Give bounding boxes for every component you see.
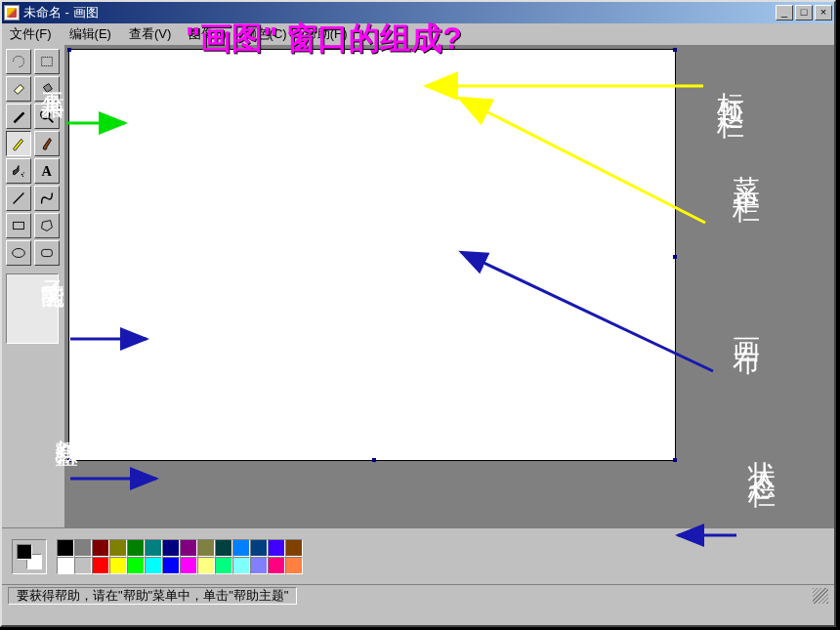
color-box [2, 527, 834, 584]
svg-text:A: A [42, 163, 53, 179]
tool-fill[interactable] [34, 76, 60, 102]
svg-rect-10 [42, 249, 53, 256]
drawing-canvas[interactable] [68, 49, 676, 461]
toolbox: A [2, 45, 64, 527]
tool-brush[interactable] [34, 131, 60, 156]
canvas-wrap [64, 45, 834, 527]
color-swatch[interactable] [215, 557, 232, 574]
svg-rect-8 [14, 222, 24, 229]
color-swatch[interactable] [57, 539, 74, 557]
color-swatch[interactable] [285, 557, 303, 574]
svg-point-5 [22, 176, 23, 177]
color-swatch[interactable] [127, 557, 145, 574]
color-swatch[interactable] [74, 557, 92, 574]
color-swatch[interactable] [162, 557, 180, 574]
svg-point-3 [21, 174, 23, 176]
minimize-button[interactable]: _ [776, 5, 793, 21]
color-swatch[interactable] [232, 557, 250, 574]
resize-handle[interactable] [67, 458, 71, 462]
color-swatch[interactable] [145, 539, 162, 557]
tool-curve[interactable] [34, 186, 60, 211]
tool-polygon[interactable] [34, 213, 60, 238]
color-swatch[interactable] [127, 539, 145, 557]
tool-eyedropper[interactable] [6, 104, 31, 129]
tool-grid: A [6, 49, 61, 266]
resize-handle[interactable] [372, 458, 376, 462]
color-swatch[interactable] [109, 539, 127, 557]
color-swatch[interactable] [162, 539, 180, 557]
tool-free-select[interactable] [6, 49, 31, 74]
title-bar: 未命名 - 画图 _ □ × [2, 2, 834, 23]
resize-grip[interactable] [813, 588, 828, 604]
tool-rectangle[interactable] [6, 213, 31, 238]
window-controls: _ □ × [776, 5, 832, 21]
tool-airbrush[interactable] [6, 158, 31, 184]
resize-handle[interactable] [67, 48, 71, 52]
svg-point-4 [23, 172, 24, 173]
menu-view[interactable]: 查看(V) [129, 25, 171, 43]
menu-help[interactable]: 帮助(H) [305, 25, 348, 43]
color-swatch[interactable] [74, 539, 92, 557]
color-swatch[interactable] [215, 539, 232, 557]
status-bar: 要获得帮助，请在"帮助"菜单中，单击"帮助主题" [2, 584, 834, 606]
menu-color[interactable]: 颜色(C) [244, 25, 287, 43]
tool-line[interactable] [6, 186, 31, 211]
menu-edit[interactable]: 编辑(E) [69, 25, 111, 43]
close-button[interactable]: × [815, 5, 832, 21]
paint-window: 未命名 - 画图 _ □ × 文件(F) 编辑(E) 查看(V) 图像(I) 颜… [0, 0, 836, 627]
color-swatch[interactable] [268, 557, 285, 574]
tool-pencil[interactable] [6, 131, 31, 156]
resize-handle[interactable] [673, 48, 677, 52]
tool-text[interactable]: A [34, 158, 60, 184]
svg-line-2 [49, 118, 54, 123]
resize-handle[interactable] [673, 458, 677, 462]
color-palette [57, 539, 303, 574]
color-swatch[interactable] [250, 539, 268, 557]
color-swatch[interactable] [232, 539, 250, 557]
color-swatch[interactable] [180, 557, 197, 574]
app-icon [4, 5, 20, 21]
color-swatch[interactable] [92, 539, 109, 557]
menu-file[interactable]: 文件(F) [10, 25, 52, 43]
menu-bar: 文件(F) 编辑(E) 查看(V) 图像(I) 颜色(C) 帮助(H) [2, 23, 834, 45]
tool-magnify[interactable] [34, 104, 60, 129]
tool-sub-options[interactable] [6, 273, 59, 344]
color-swatch[interactable] [268, 539, 285, 557]
color-swatch[interactable] [250, 557, 268, 574]
tool-eraser[interactable] [6, 76, 31, 102]
menu-image[interactable]: 图像(I) [189, 25, 226, 43]
current-colors[interactable] [12, 539, 47, 574]
color-swatch[interactable] [180, 539, 197, 557]
color-swatch[interactable] [145, 557, 162, 574]
tool-ellipse[interactable] [6, 240, 31, 266]
tool-rounded-rect[interactable] [34, 240, 60, 266]
svg-point-9 [13, 249, 25, 258]
status-text: 要获得帮助，请在"帮助"菜单中，单击"帮助主题" [8, 587, 297, 605]
foreground-color[interactable] [17, 544, 32, 560]
svg-line-7 [14, 193, 24, 204]
window-title: 未命名 - 画图 [23, 4, 776, 21]
tool-select[interactable] [34, 49, 60, 74]
resize-handle[interactable] [673, 255, 677, 259]
svg-rect-0 [42, 58, 53, 66]
color-swatch[interactable] [92, 557, 109, 574]
color-swatch[interactable] [285, 539, 303, 557]
color-swatch[interactable] [197, 557, 215, 574]
svg-point-1 [41, 110, 50, 119]
work-area: A [2, 45, 834, 527]
color-swatch[interactable] [109, 557, 127, 574]
color-swatch[interactable] [57, 557, 74, 574]
maximize-button[interactable]: □ [795, 5, 813, 21]
color-swatch[interactable] [197, 539, 215, 557]
